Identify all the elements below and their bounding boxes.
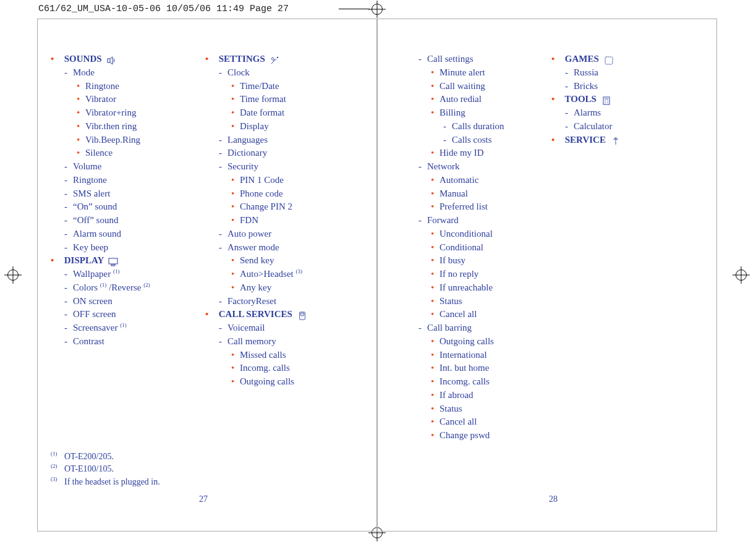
section-tools: TOOLS bbox=[551, 93, 694, 106]
column-1: SOUNDS Mode Ringtone Vibrator Vibrator+r… bbox=[51, 53, 199, 349]
list-item: ON screen bbox=[51, 295, 199, 308]
svg-rect-9 bbox=[603, 97, 609, 104]
section-callservices: CALL SERVICES bbox=[205, 308, 366, 321]
list-item: If busy bbox=[405, 254, 547, 268]
list-item: Call memory bbox=[205, 335, 366, 349]
list-item: Key beep bbox=[51, 241, 199, 255]
list-item: Ringtone bbox=[51, 80, 199, 93]
list-item: Date format bbox=[205, 106, 366, 120]
list-item: Network bbox=[405, 160, 547, 174]
list-item: Manual bbox=[405, 187, 547, 201]
phone-icon bbox=[297, 311, 307, 320]
list-item: Hide my ID bbox=[405, 146, 547, 160]
list-item: Dictionary bbox=[205, 146, 366, 160]
tools-title: TOOLS bbox=[564, 94, 596, 104]
list-item: Change PIN 2 bbox=[205, 200, 366, 214]
list-item: Auto power bbox=[205, 227, 366, 241]
list-item: “On” sound bbox=[51, 200, 199, 214]
list-item: Time/Date bbox=[205, 80, 366, 93]
list-item: Change pswd bbox=[405, 429, 547, 443]
list-item: Bricks bbox=[551, 80, 694, 93]
list-item: Vibrator bbox=[51, 93, 199, 106]
list-item: Preferred list bbox=[405, 200, 547, 214]
header-line bbox=[339, 9, 370, 9]
list-item: Volume bbox=[51, 160, 199, 174]
registration-mark-icon bbox=[7, 269, 19, 281]
list-item: If no reply bbox=[405, 268, 547, 281]
list-item: Voicemail bbox=[205, 321, 366, 335]
svg-rect-0 bbox=[108, 59, 110, 62]
games-icon bbox=[604, 56, 614, 64]
list-item: Calculator bbox=[551, 120, 694, 133]
list-item: Alarms bbox=[551, 106, 694, 120]
svg-point-11 bbox=[605, 100, 605, 101]
svg-point-12 bbox=[607, 100, 608, 101]
column-4: GAMES Russia Bricks TOOLS Alarms Calcula… bbox=[551, 53, 694, 146]
list-item: Clock bbox=[205, 66, 366, 80]
list-item: “Off” sound bbox=[51, 214, 199, 227]
list-item: Vib.Beep.Ring bbox=[51, 133, 199, 147]
svg-rect-1 bbox=[109, 258, 117, 264]
svg-point-5 bbox=[300, 316, 301, 317]
antenna-icon bbox=[611, 136, 621, 145]
page-number-right: 28 bbox=[549, 494, 558, 504]
list-item: Outgoing calls bbox=[405, 335, 547, 349]
list-item: Missed calls bbox=[205, 349, 366, 362]
list-item: Outgoing calls bbox=[205, 375, 366, 389]
list-item: Colors (1) /Reverse (2) bbox=[51, 281, 199, 295]
list-item: FactoryReset bbox=[205, 295, 366, 308]
calculator-icon bbox=[601, 96, 611, 104]
list-item: Auto>Headset (3) bbox=[205, 268, 366, 281]
list-item: If unreachable bbox=[405, 281, 547, 295]
list-item: Status bbox=[405, 402, 547, 416]
list-item: Cancel all bbox=[405, 415, 547, 429]
list-item: Security bbox=[205, 160, 366, 174]
list-item: Screensaver (1) bbox=[51, 321, 199, 335]
tools-icon bbox=[270, 56, 280, 64]
list-item: Incomg. calls bbox=[205, 362, 366, 375]
list-item: PIN 1 Code bbox=[205, 174, 366, 187]
section-service: SERVICE bbox=[551, 133, 694, 147]
list-item: Call waiting bbox=[405, 80, 547, 93]
list-item: Int. but home bbox=[405, 362, 547, 375]
list-item: Ringtone bbox=[51, 174, 199, 187]
list-item: Forward bbox=[405, 214, 547, 227]
list-item: Calls duration bbox=[405, 120, 547, 133]
list-item: Display bbox=[205, 120, 366, 133]
list-item: If abroad bbox=[405, 389, 547, 402]
list-item: Languages bbox=[205, 133, 366, 147]
list-item: SMS alert bbox=[51, 187, 199, 201]
list-item: Cancel all bbox=[405, 308, 547, 321]
list-item: International bbox=[405, 349, 547, 362]
list-item: Billing bbox=[405, 106, 547, 120]
svg-point-7 bbox=[303, 316, 304, 317]
print-header: C61/62_UM_USA-10-05-06 10/05/06 11:49 Pa… bbox=[38, 4, 289, 14]
svg-rect-4 bbox=[300, 313, 304, 315]
list-item: Any key bbox=[205, 281, 366, 295]
section-settings: SETTINGS bbox=[205, 53, 366, 66]
list-item: Status bbox=[405, 295, 547, 308]
mode-item: Mode bbox=[51, 66, 199, 80]
list-item: Wallpaper (1) bbox=[51, 268, 199, 281]
callservices-title: CALL SERVICES bbox=[219, 309, 292, 319]
list-item: Vibrator+ring bbox=[51, 106, 199, 120]
svg-point-6 bbox=[302, 316, 302, 317]
list-item: Russia bbox=[551, 66, 694, 80]
list-item: Minute alert bbox=[405, 66, 547, 80]
list-item: Automatic bbox=[405, 174, 547, 187]
speaker-icon bbox=[106, 56, 116, 64]
section-display: DISPLAY bbox=[51, 254, 199, 268]
list-item: Unconditional bbox=[405, 227, 547, 241]
registration-mark-icon bbox=[736, 269, 747, 281]
list-item: Calls costs bbox=[405, 133, 547, 147]
list-item: Contrast bbox=[51, 335, 199, 349]
games-title: GAMES bbox=[565, 54, 599, 64]
footnotes: (1)OT-E200/205. (2)OT-E100/105. (3)If th… bbox=[51, 450, 160, 488]
list-item: Incomg. calls bbox=[405, 375, 547, 389]
display-title: DISPLAY bbox=[64, 255, 104, 265]
list-item: Answer mode bbox=[205, 241, 366, 255]
list-item: Time format bbox=[205, 93, 366, 106]
list-item: Conditional bbox=[405, 241, 547, 255]
list-item: Call settings bbox=[405, 53, 547, 66]
section-sounds: SOUNDS bbox=[51, 53, 199, 66]
